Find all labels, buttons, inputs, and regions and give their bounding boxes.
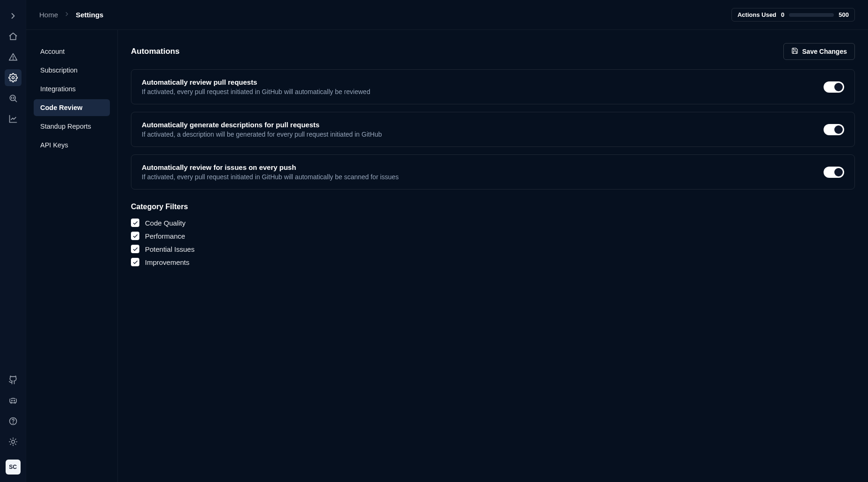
home-icon[interactable] <box>5 28 22 45</box>
sidebar-item-account[interactable]: Account <box>34 43 110 60</box>
automation-toggle[interactable] <box>824 167 844 178</box>
svg-point-3 <box>10 95 15 101</box>
automations-title: Automations <box>131 47 180 56</box>
automation-desc: If activated, a description will be gene… <box>142 131 382 138</box>
filter-row: Potential Issues <box>131 245 855 253</box>
svg-line-17 <box>15 439 15 439</box>
automation-toggle[interactable] <box>824 81 844 93</box>
filter-row: Code Quality <box>131 219 855 227</box>
svg-line-16 <box>10 444 11 445</box>
actions-used-max: 500 <box>839 11 849 18</box>
actions-used-label: Actions Used <box>738 11 776 18</box>
svg-point-8 <box>13 423 13 424</box>
help-icon[interactable] <box>5 413 22 430</box>
content: Automations Save Changes Automatically r… <box>118 30 868 482</box>
breadcrumb: Home Settings <box>39 11 103 19</box>
actions-progress-bar <box>789 13 834 17</box>
actions-used-value: 0 <box>781 11 784 18</box>
icon-rail: SC <box>0 0 26 482</box>
avatar[interactable]: SC <box>6 460 21 475</box>
breadcrumb-current: Settings <box>76 11 103 19</box>
automation-card: Automatically review pull requests If ac… <box>131 69 855 104</box>
sidebar-item-standup-reports[interactable]: Standup Reports <box>34 118 110 135</box>
sidebar-item-subscription[interactable]: Subscription <box>34 62 110 79</box>
search-code-icon[interactable] <box>5 90 22 107</box>
save-icon <box>791 47 798 56</box>
main-area: Home Settings Actions Used 0 500 Account… <box>26 0 868 482</box>
automation-desc: If activated, every pull request initiat… <box>142 88 370 95</box>
automation-toggle[interactable] <box>824 124 844 135</box>
filter-label: Code Quality <box>145 219 186 227</box>
chevron-right-icon <box>64 11 70 19</box>
filter-row: Improvements <box>131 258 855 266</box>
svg-point-2 <box>12 77 14 79</box>
filter-label: Performance <box>145 232 185 240</box>
sidebar-item-code-review[interactable]: Code Review <box>34 99 110 116</box>
header: Home Settings Actions Used 0 500 <box>26 0 868 30</box>
breadcrumb-home[interactable]: Home <box>39 11 58 19</box>
filter-checkbox[interactable] <box>131 258 139 266</box>
filter-checkbox[interactable] <box>131 219 139 227</box>
discord-icon[interactable] <box>5 392 22 409</box>
settings-sidebar: Account Subscription Integrations Code R… <box>26 30 118 482</box>
gear-icon[interactable] <box>5 69 22 86</box>
svg-point-9 <box>11 440 14 444</box>
svg-line-4 <box>14 100 16 102</box>
automation-desc: If activated, every pull request initiat… <box>142 173 398 181</box>
warning-icon[interactable] <box>5 49 22 66</box>
filter-row: Performance <box>131 232 855 240</box>
svg-point-1 <box>13 59 13 59</box>
svg-point-6 <box>14 400 14 401</box>
collapse-icon[interactable] <box>5 7 22 24</box>
automation-card: Automatically generate descriptions for … <box>131 112 855 147</box>
svg-line-12 <box>10 439 11 439</box>
chart-icon[interactable] <box>5 110 22 127</box>
automation-title: Automatically review pull requests <box>142 78 370 86</box>
category-filters-title: Category Filters <box>131 203 855 211</box>
svg-point-5 <box>11 400 12 401</box>
filter-checkbox[interactable] <box>131 232 139 240</box>
github-icon[interactable] <box>5 372 22 388</box>
svg-line-13 <box>15 444 15 445</box>
save-button[interactable]: Save Changes <box>783 43 855 60</box>
sun-icon[interactable] <box>5 433 22 450</box>
automation-title: Automatically generate descriptions for … <box>142 121 382 129</box>
save-button-label: Save Changes <box>802 48 847 55</box>
filter-checkbox[interactable] <box>131 245 139 253</box>
automation-card: Automatically review for issues on every… <box>131 154 855 190</box>
sidebar-item-integrations[interactable]: Integrations <box>34 80 110 97</box>
sidebar-item-api-keys[interactable]: API Keys <box>34 137 110 153</box>
filter-label: Improvements <box>145 258 189 266</box>
filter-label: Potential Issues <box>145 245 195 253</box>
automation-title: Automatically review for issues on every… <box>142 163 398 171</box>
actions-used-widget[interactable]: Actions Used 0 500 <box>731 8 855 22</box>
